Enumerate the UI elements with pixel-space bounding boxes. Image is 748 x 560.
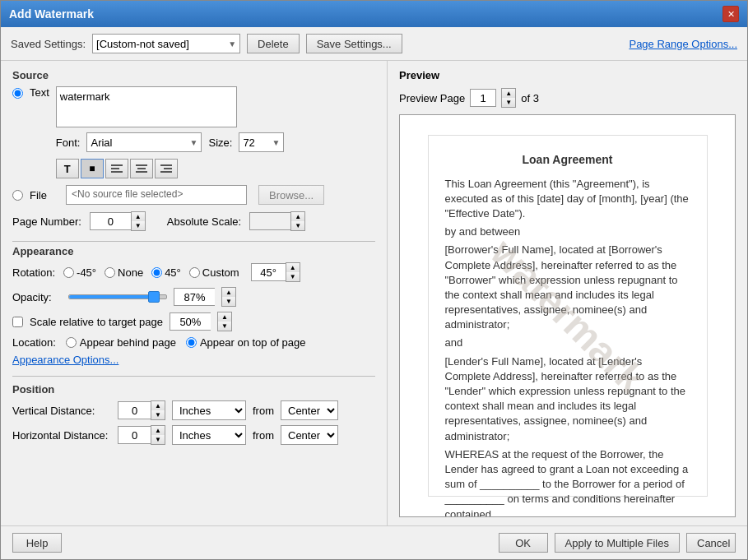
opacity-up-button[interactable]: ▲ [222, 288, 235, 297]
scale-down-button[interactable]: ▼ [218, 322, 231, 331]
scale-up-button[interactable]: ▲ [218, 312, 231, 322]
location-label: Location: [12, 336, 56, 349]
help-button[interactable]: Help [12, 533, 62, 553]
rotation-up-button[interactable]: ▲ [286, 263, 300, 272]
right-panel: Preview Preview Page ▲ ▼ of 3 Loan Agree… [388, 61, 747, 525]
rotation-pos45-option: 45° [151, 266, 181, 279]
horizontal-unit-select[interactable]: Inches Centimeters Millimeters Points [172, 425, 246, 445]
align-right-button[interactable] [155, 159, 178, 178]
document-preview: Loan Agreement This Loan Agreement (this… [428, 135, 708, 497]
watermark-text-input[interactable]: watermark [56, 86, 237, 127]
saved-settings-arrow-icon: ▼ [228, 39, 236, 49]
rotation-none-label[interactable]: None [118, 266, 143, 279]
bold-button[interactable]: T [56, 159, 79, 178]
page-range-options-link[interactable]: Page Range Options... [629, 38, 737, 50]
appear-behind-radio[interactable] [66, 337, 77, 348]
vertical-distance-label: Vertical Distance: [12, 405, 111, 417]
horizontal-distance-spinner: ▲ ▼ [118, 425, 165, 445]
svg-rect-3 [136, 164, 147, 166]
preview-page-input[interactable] [470, 89, 496, 107]
vertical-distance-input[interactable] [118, 401, 151, 419]
add-watermark-dialog: Add Watermark ✕ Saved Settings: [Custom-… [0, 0, 748, 560]
absolute-scale-up-button[interactable]: ▲ [291, 212, 304, 221]
saved-settings-label: Saved Settings: [11, 38, 86, 50]
vertical-distance-row: Vertical Distance: ▲ ▼ Inches Centimeter… [12, 400, 375, 420]
vertical-down-button[interactable]: ▼ [151, 410, 165, 419]
appear-on-top-label[interactable]: Appear on top of page [200, 336, 306, 349]
dialog-title: Add Watermark [9, 7, 94, 21]
format-buttons: T ■ [56, 159, 375, 178]
page-number-spinner-buttons: ▲ ▼ [131, 211, 146, 231]
appear-behind-label[interactable]: Appear behind page [80, 336, 176, 349]
size-combo[interactable]: 72 ▼ [239, 132, 284, 152]
appearance-options-link[interactable]: Appearance Options... [12, 354, 118, 366]
color-button[interactable]: ■ [81, 159, 104, 178]
size-label: Size: [208, 137, 232, 149]
ok-button[interactable]: OK [499, 533, 548, 553]
horizontal-distance-input[interactable] [118, 426, 151, 444]
appear-on-top-radio[interactable] [186, 337, 197, 348]
rotation-custom-radio[interactable] [189, 267, 200, 278]
rotation-value-input[interactable] [251, 263, 286, 281]
save-settings-button[interactable]: Save Settings... [306, 34, 402, 53]
font-combo[interactable]: Arial ▼ [86, 132, 202, 152]
svg-rect-7 [164, 168, 172, 169]
file-radio[interactable] [12, 190, 23, 201]
file-radio-row: File <No source file selected> Browse... [12, 185, 375, 205]
opacity-down-button[interactable]: ▼ [222, 297, 235, 306]
rotation-pos45-label[interactable]: 45° [165, 266, 181, 279]
doc-para-5: [Lender's Full Name], located at [Lender… [445, 354, 690, 444]
rotation-custom-label[interactable]: Custom [202, 266, 239, 279]
font-row: Font: Arial ▼ Size: 72 ▼ [56, 132, 375, 152]
scale-spinner-buttons: ▲ ▼ [217, 312, 232, 331]
scale-checkbox[interactable] [12, 317, 23, 327]
horizontal-from-select[interactable]: Center Top Left Top Right Bottom Left Bo… [281, 425, 338, 445]
vertical-unit-select[interactable]: Inches Centimeters Millimeters Points [172, 400, 246, 420]
left-panel: Source Text watermark Font: Arial ▼ [1, 61, 388, 525]
rotation-neg45-label[interactable]: -45° [77, 266, 96, 279]
text-radio-label[interactable]: Text [30, 86, 49, 99]
rotation-pos45-radio[interactable] [151, 267, 162, 278]
vertical-up-button[interactable]: ▲ [151, 401, 165, 410]
horizontal-up-button[interactable]: ▲ [151, 426, 165, 435]
opacity-row: Opacity: ▲ ▼ [12, 287, 375, 307]
source-section: Source Text watermark Font: Arial ▼ [12, 69, 375, 231]
appear-on-top-option: Appear on top of page [186, 336, 306, 349]
page-num-row: Page Number: ▲ ▼ Absolute Scale: ▲ ▼ [12, 211, 375, 231]
horizontal-distance-label: Horizontal Distance: [12, 429, 111, 442]
file-radio-label[interactable]: File [30, 189, 59, 201]
rotation-down-button[interactable]: ▼ [286, 272, 300, 281]
opacity-slider[interactable] [68, 294, 167, 299]
close-button[interactable]: ✕ [722, 6, 739, 22]
text-radio-row: Text watermark Font: Arial ▼ Size: 72 [12, 86, 375, 178]
svg-rect-5 [136, 171, 147, 173]
saved-settings-combo[interactable]: [Custom-not saved] ▼ [92, 34, 240, 53]
rotation-neg45-radio[interactable] [63, 267, 74, 278]
cancel-button[interactable]: Cancel [686, 533, 736, 553]
preview-canvas: Loan Agreement This Loan Agreement (this… [399, 114, 736, 517]
font-combo-arrow-icon: ▼ [190, 138, 198, 147]
vertical-from-select[interactable]: Center Top Left Top Right Bottom Left Bo… [281, 400, 338, 420]
absolute-scale-input[interactable] [249, 212, 290, 230]
rotation-none-radio[interactable] [105, 267, 115, 278]
horizontal-down-button[interactable]: ▼ [151, 435, 165, 444]
opacity-input[interactable] [174, 288, 215, 306]
page-number-down-button[interactable]: ▼ [132, 221, 145, 230]
absolute-scale-down-button[interactable]: ▼ [291, 221, 304, 230]
page-number-up-button[interactable]: ▲ [132, 212, 145, 221]
preview-page-down-button[interactable]: ▼ [502, 98, 515, 107]
apply-to-multiple-button[interactable]: Apply to Multiple Files [555, 533, 680, 553]
delete-button[interactable]: Delete [247, 34, 300, 53]
doc-para-1: This Loan Agreement (this "Agreement"), … [445, 177, 690, 222]
page-number-input[interactable] [90, 212, 131, 230]
preview-page-up-button[interactable]: ▲ [502, 89, 515, 98]
opacity-slider-thumb[interactable] [148, 291, 160, 303]
scale-label[interactable]: Scale relative to target page [30, 316, 163, 328]
align-left-button[interactable] [105, 159, 128, 178]
scale-input[interactable] [170, 312, 211, 331]
text-radio[interactable] [12, 88, 23, 99]
browse-button[interactable]: Browse... [258, 185, 324, 205]
rotation-spinner-buttons: ▲ ▼ [286, 262, 300, 282]
align-center-button[interactable] [130, 159, 153, 178]
divider-2 [12, 376, 375, 377]
